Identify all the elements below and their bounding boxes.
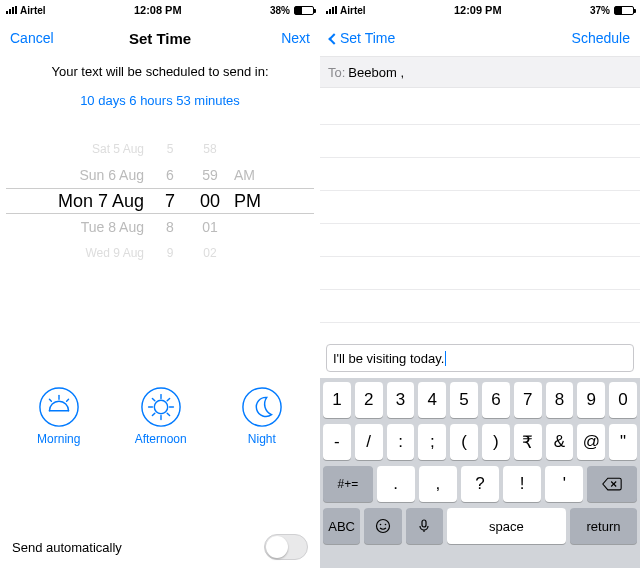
key-rupee[interactable]: ₹ [514,424,542,460]
battery-percent: 38% [270,5,290,16]
svg-line-4 [66,399,68,401]
sunrise-icon [38,386,80,428]
shortcut-morning[interactable]: Morning [37,386,80,446]
chevron-left-icon [328,33,339,44]
key-at[interactable]: @ [577,424,605,460]
back-label: Set Time [340,30,395,46]
key-return[interactable]: return [570,508,637,544]
nav-bar: Set Time Schedule [320,20,640,56]
message-text: I'll be visiting today. [333,351,444,366]
key-quote[interactable]: " [609,424,637,460]
picker-ampm-column[interactable]: AM PM [230,136,270,266]
key-3[interactable]: 3 [387,382,415,418]
battery-icon [614,6,634,15]
key-space[interactable]: space [447,508,566,544]
key-8[interactable]: 8 [546,382,574,418]
shortcut-label: Night [248,432,276,446]
svg-line-14 [152,413,154,415]
svg-point-6 [154,400,167,413]
svg-point-20 [385,524,387,526]
svg-point-19 [380,524,382,526]
status-bar: Airtel 12:08 PM 38% [0,0,320,20]
svg-point-0 [40,388,78,426]
picker-date-column[interactable]: Sat 5 Aug Sun 6 Aug Mon 7 Aug Tue 8 Aug … [50,136,150,266]
key-abc[interactable]: ABC [323,508,360,544]
svg-point-15 [243,388,281,426]
time-shortcuts: Morning Afternoon Night [0,386,320,446]
key-1[interactable]: 1 [323,382,351,418]
key-9[interactable]: 9 [577,382,605,418]
to-value: Beebom , [348,65,404,80]
key-colon[interactable]: : [387,424,415,460]
send-automatically-label: Send automatically [12,540,264,555]
key-emoji[interactable] [364,508,401,544]
message-input-bar: I'll be visiting today. [320,340,640,376]
key-slash[interactable]: / [355,424,383,460]
carrier-label: Airtel [20,5,46,16]
page-title: Set Time [80,30,240,47]
key-7[interactable]: 7 [514,382,542,418]
key-lparen[interactable]: ( [450,424,478,460]
status-time: 12:09 PM [366,4,590,16]
key-dash[interactable]: - [323,424,351,460]
message-body-area[interactable] [320,88,640,356]
key-5[interactable]: 5 [450,382,478,418]
schedule-subtitle: Your text will be scheduled to send in: [0,64,320,79]
text-cursor [445,351,446,366]
message-input[interactable]: I'll be visiting today. [326,344,634,372]
nav-bar: Cancel Set Time Next [0,20,320,56]
key-0[interactable]: 0 [609,382,637,418]
svg-point-5 [142,388,180,426]
to-prefix: To: [328,65,345,80]
send-automatically-row: Send automatically [0,534,320,560]
key-comma[interactable]: , [419,466,457,502]
shortcut-label: Morning [37,432,80,446]
keyboard-row-4: ABC space return [323,508,637,544]
screen-set-time: Airtel 12:08 PM 38% Cancel Set Time Next… [0,0,320,568]
moon-icon [241,386,283,428]
key-exclaim[interactable]: ! [503,466,541,502]
svg-point-18 [376,520,389,533]
key-apostrophe[interactable]: ' [545,466,583,502]
key-period[interactable]: . [377,466,415,502]
battery-icon [294,6,314,15]
keyboard-row-2: - / : ; ( ) ₹ & @ " [323,424,637,460]
back-button[interactable]: Set Time [330,30,400,46]
datetime-picker[interactable]: Sat 5 Aug Sun 6 Aug Mon 7 Aug Tue 8 Aug … [0,136,320,266]
key-6[interactable]: 6 [482,382,510,418]
cancel-button[interactable]: Cancel [10,30,80,46]
svg-line-13 [167,398,169,400]
shortcut-afternoon[interactable]: Afternoon [135,386,187,446]
key-2[interactable]: 2 [355,382,383,418]
key-rparen[interactable]: ) [482,424,510,460]
next-button[interactable]: Next [240,30,310,46]
key-dictation[interactable] [406,508,443,544]
picker-minute-column[interactable]: 58 59 00 01 02 [190,136,230,266]
key-amp[interactable]: & [546,424,574,460]
schedule-countdown: 10 days 6 hours 53 minutes [0,93,320,108]
signal-icon [326,6,337,14]
svg-line-11 [152,398,154,400]
key-backspace[interactable] [587,466,637,502]
keyboard-row-3: #+= . , ? ! ' [323,466,637,502]
send-automatically-toggle[interactable] [264,534,308,560]
key-question[interactable]: ? [461,466,499,502]
to-field[interactable]: To:Beebom , [320,56,640,88]
signal-icon [6,6,17,14]
screen-compose: Airtel 12:09 PM 37% Set Time Schedule To… [320,0,640,568]
status-bar: Airtel 12:09 PM 37% [320,0,640,20]
status-time: 12:08 PM [46,4,270,16]
shortcut-night[interactable]: Night [241,386,283,446]
microphone-icon [416,518,432,534]
picker-hour-column[interactable]: 5 6 7 8 9 [150,136,190,266]
key-4[interactable]: 4 [418,382,446,418]
svg-line-12 [167,413,169,415]
key-symbols[interactable]: #+= [323,466,373,502]
keyboard: 1 2 3 4 5 6 7 8 9 0 - / : ; ( ) ₹ & @ [320,378,640,568]
svg-line-3 [49,399,51,401]
schedule-button[interactable]: Schedule [560,30,630,46]
keyboard-row-1: 1 2 3 4 5 6 7 8 9 0 [323,382,637,418]
sun-icon [140,386,182,428]
key-semicolon[interactable]: ; [418,424,446,460]
carrier-label: Airtel [340,5,366,16]
